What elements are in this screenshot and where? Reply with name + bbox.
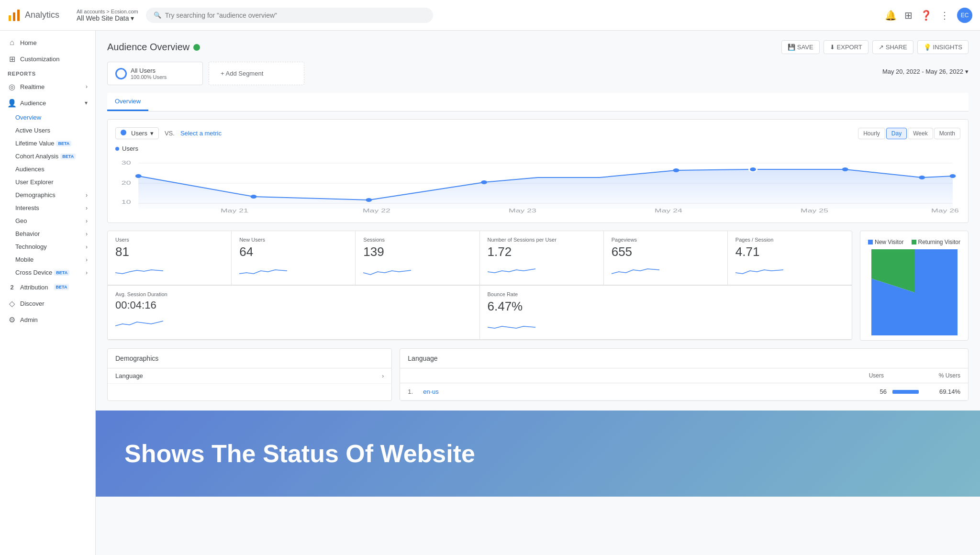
tab-overview[interactable]: Overview [107,93,148,111]
language-table-header: Users % Users [400,368,968,383]
metric-sessions-per-user-label: Number of Sessions per User [488,237,596,243]
sidebar-audiences-label: Audiences [15,166,45,173]
date-range-text: May 20, 2022 - May 26, 2022 [882,68,963,75]
lang-percent: 69.14% [936,388,960,395]
lang-name[interactable]: en-us [423,388,857,395]
sidebar-item-mobile[interactable]: Mobile › [0,253,95,266]
add-segment-chip[interactable]: + Add Segment [209,62,304,85]
sidebar-demographics-label: Demographics [15,191,56,199]
time-btn-day[interactable]: Day [886,128,907,139]
attribution-beta-badge: BETA [54,284,69,290]
lang-bar [892,390,919,394]
svg-text:30: 30 [122,160,131,166]
sidebar-item-discover[interactable]: ◇ Discover [0,295,95,311]
chevron-down-icon: ▾ [131,14,134,22]
sidebar-attribution-label: Attribution [20,284,48,291]
help-icon[interactable]: ❓ [920,10,932,21]
save-button[interactable]: 💾 SAVE [781,40,820,54]
chart-controls: Users ▾ VS. Select a metric Hourly Day W… [115,127,960,139]
sidebar-customization-label: Customization [20,56,59,63]
cohort-beta-badge: BETA [60,154,76,159]
sidebar-item-home[interactable]: ⌂ Home [0,34,95,51]
sidebar-item-cross-device[interactable]: Cross Device BETA › [0,266,95,279]
svg-point-13 [481,180,487,184]
sidebar-behavior-label: Behavior [15,230,40,237]
sidebar-item-active-users[interactable]: Active Users [0,124,95,137]
bottom-row: Demographics Language › Language Users %… [107,348,969,401]
new-visitor-legend: New Visitor [868,239,903,245]
notification-icon[interactable]: 🔔 [885,10,897,21]
more-options-icon[interactable]: ⋮ [940,10,949,21]
metrics-section: Users 81 New Users 64 [107,231,852,341]
avg-session-sparkline [115,315,163,330]
all-users-segment[interactable]: All Users 100.00% Users [107,62,203,85]
sidebar-item-technology[interactable]: Technology › [0,240,95,253]
sidebar-item-attribution[interactable]: 2 Attribution BETA [0,279,95,295]
sidebar-item-interests[interactable]: Interests › [0,201,95,214]
sidebar-item-overview[interactable]: Overview [0,111,95,124]
svg-text:May 26: May 26 [931,208,959,213]
search-input[interactable] [165,11,425,19]
segment-label: All Users [131,67,167,74]
sidebar-realtime-label: Realtime [20,83,45,90]
metric-bounce-rate: Bounce Rate 6.47% [480,286,852,340]
attribution-icon: 2 [8,283,16,291]
svg-point-10 [135,174,142,178]
insights-button[interactable]: 💡 INSIGHTS [917,40,969,54]
svg-point-11 [251,195,257,199]
expand-mobile-icon: › [86,256,88,263]
segment-circle [115,68,127,79]
metric-bounce-rate-value: 6.47% [488,299,845,314]
sidebar-item-demographics[interactable]: Demographics › [0,189,95,201]
analytics-logo-icon [8,9,21,22]
pie-chart-svg [871,249,958,335]
svg-text:May 22: May 22 [363,208,390,213]
metric-new-users-label: New Users [239,237,347,243]
export-button[interactable]: ⬇ EXPORT [824,40,869,54]
demographics-language-item[interactable]: Language › [108,368,391,384]
sidebar-item-behavior[interactable]: Behavior › [0,227,95,240]
users-sparkline [115,263,163,278]
metric-pages-per-session-value: 4.71 [735,244,844,259]
metric-new-users-value: 64 [239,244,347,259]
expand-realtime-icon: › [86,83,88,90]
demographics-language-arrow: › [382,373,384,379]
sidebar-item-audience[interactable]: 👤 Audience ▾ [0,95,95,111]
save-icon: 💾 [788,44,795,51]
realtime-icon: ◎ [8,82,16,91]
metric-users: Users 81 [108,231,232,285]
pages-per-session-sparkline [735,263,783,278]
sidebar-item-user-explorer[interactable]: User Explorer [0,176,95,189]
sidebar-item-lifetime-value[interactable]: Lifetime Value BETA [0,137,95,150]
metric-selector[interactable]: Users ▾ [115,127,159,139]
sidebar-user-explorer-label: User Explorer [15,178,53,186]
expand-behavior-icon: › [86,231,88,237]
sidebar-item-geo[interactable]: Geo › [0,214,95,227]
time-btn-hourly[interactable]: Hourly [858,128,885,139]
search-bar[interactable]: 🔍 [146,8,433,23]
audience-icon: 👤 [8,99,16,107]
add-metric-link[interactable]: Select a metric [180,130,222,137]
account-selector[interactable]: All accounts > Ecsion.com All Web Site D… [77,9,138,22]
time-btn-month[interactable]: Month [934,128,960,139]
home-icon: ⌂ [8,38,16,47]
sidebar-item-audiences[interactable]: Audiences [0,163,95,176]
sidebar-cohort-label: Cohort Analysis [15,153,58,160]
sidebar-item-admin[interactable]: ⚙ Admin [0,311,95,328]
date-range[interactable]: May 20, 2022 - May 26, 2022 ▾ [882,62,969,81]
metrics-pie-row: Users 81 New Users 64 [107,231,969,341]
segment-sub: 100.00% Users [131,74,167,80]
sidebar-item-cohort-analysis[interactable]: Cohort Analysis BETA [0,150,95,163]
sidebar-cross-device-label: Cross Device [15,269,52,276]
sidebar: ⌂ Home ⊞ Customization REPORTS ◎ Realtim… [0,31,96,555]
sidebar-item-realtime[interactable]: ◎ Realtime › [0,78,95,95]
share-button[interactable]: ↗ SHARE [872,40,913,54]
sidebar-item-customization[interactable]: ⊞ Customization [0,51,95,67]
svg-point-18 [950,174,956,178]
account-selector-button[interactable]: All Web Site Data ▾ [77,14,138,22]
time-btn-week[interactable]: Week [908,128,933,139]
avatar[interactable]: EC [957,8,972,23]
grid-icon[interactable]: ⊞ [904,10,913,21]
language-panel: Language Users % Users 1. en-us 56 [400,348,969,401]
page-header: Audience Overview 💾 SAVE ⬇ EXPORT ↗ SHAR… [107,40,969,54]
